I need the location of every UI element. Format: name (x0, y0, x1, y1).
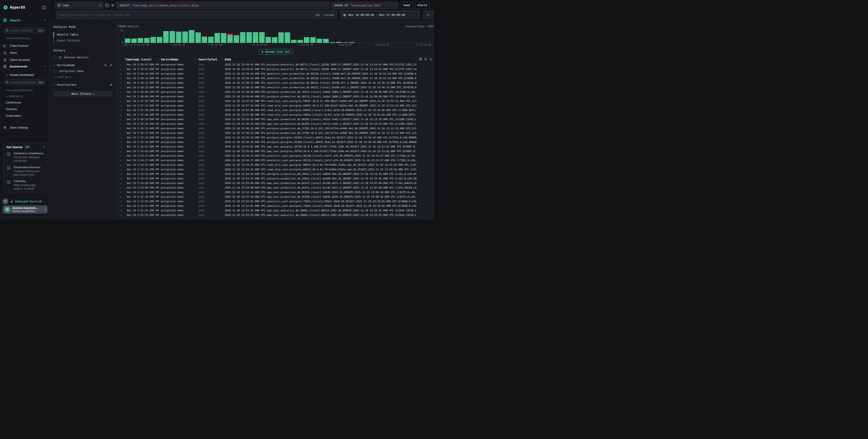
histogram-bar[interactable] (163, 31, 169, 43)
preset-kubernetes[interactable]: Kubernetes (0, 113, 49, 119)
row-expand-chevron-icon[interactable] (119, 182, 125, 185)
row-expand-chevron-icon[interactable] (119, 104, 125, 107)
row-expand-chevron-icon[interactable] (119, 86, 125, 89)
histogram-bar[interactable] (138, 38, 143, 43)
save-button[interactable]: Save (400, 2, 413, 9)
row-expand-chevron-icon[interactable] (119, 177, 125, 180)
row-expand-chevron-icon[interactable] (119, 195, 125, 198)
table-row[interactable]: Nov 10 5:54:25.000 PMpostgresql-demoinfo… (118, 167, 434, 171)
table-row[interactable]: Nov 10 5:56:25.000 PMpostgresql-demoinfo… (118, 126, 434, 131)
table-row[interactable]: Nov 10 5:56:33.000 PMpostgresql-demoinfo… (118, 117, 434, 122)
row-density-icon[interactable] (424, 58, 427, 61)
column-header-timestamp[interactable]: Timestamp (Local) (125, 58, 161, 61)
get-started-step[interactable]: Add Data Start sending logs, metrics, or… (6, 179, 45, 191)
table-row[interactable]: Nov 10 5:57:00.000 PMpostgresql-demoinfo… (118, 108, 434, 113)
table-row[interactable]: Nov 10 5:54:25.000 PMpostgresql-demoinfo… (118, 162, 434, 167)
table-row[interactable]: Nov 10 5:52:16.000 PMpostgresql-demoinfo… (118, 190, 434, 194)
row-expand-chevron-icon[interactable] (119, 68, 125, 71)
source-select[interactable]: Logs (55, 2, 103, 9)
column-header-servicename[interactable]: ServiceName (161, 58, 198, 61)
row-expand-chevron-icon[interactable] (119, 150, 125, 153)
presets-toggle[interactable]: PRESETS (0, 92, 49, 98)
histogram-bar[interactable] (215, 33, 220, 43)
checkbox[interactable] (53, 56, 57, 59)
table-row[interactable]: Nov 10 5:54:27.000 PMpostgresql-demoinfo… (118, 153, 434, 158)
run-query-button[interactable]: ▷ (423, 11, 434, 19)
histogram-bar[interactable] (253, 32, 258, 43)
row-expand-chevron-icon[interactable] (119, 100, 125, 102)
histogram-bar[interactable] (310, 37, 316, 43)
table-settings-icon[interactable] (419, 58, 422, 61)
histogram-bar[interactable] (202, 36, 207, 43)
search-input[interactable]: Search your events w/ Lucene ex. column:… (56, 11, 337, 19)
table-row[interactable]: Nov 10 5:51:55.000 PMpostgresql-demoinfo… (118, 208, 434, 213)
histogram-bar[interactable] (240, 32, 246, 43)
order-by-input[interactable]: ORDER BY TimestampTime DESC (332, 2, 398, 9)
histogram-bar[interactable] (176, 32, 181, 43)
row-expand-chevron-icon[interactable] (119, 118, 125, 121)
histogram-bar[interactable] (195, 32, 201, 43)
histogram-bar[interactable] (189, 30, 194, 43)
filter-group-servicename[interactable]: ServiceName (53, 64, 113, 67)
histogram-bar[interactable] (246, 32, 252, 43)
row-expand-chevron-icon[interactable] (119, 205, 125, 208)
denoise-results-checkbox-row[interactable]: Denoise Results (53, 56, 113, 59)
row-expand-chevron-icon[interactable] (119, 122, 125, 125)
help-button[interactable]: ? (2, 198, 8, 205)
histogram-bar[interactable] (157, 37, 162, 43)
histogram-bar[interactable] (144, 38, 150, 43)
histogram-bar[interactable] (291, 40, 297, 43)
table-row[interactable]: Nov 10 5:58:06.000 PMpostgresql-demoinfo… (118, 94, 434, 99)
table-row[interactable]: Nov 10 5:57:52.000 PMpostgresql-demoinfo… (118, 103, 434, 108)
saved-dashboards-input[interactable]: Saved Dashboards ⌘K (3, 79, 46, 86)
row-expand-chevron-icon[interactable] (119, 91, 125, 93)
filter-group-severitytext[interactable]: SeverityText (53, 83, 113, 86)
row-expand-chevron-icon[interactable] (119, 209, 125, 212)
more-filters-button[interactable]: More filters (53, 91, 113, 97)
table-row[interactable]: Nov 10 5:52:01.000 PMpostgresql-demoinfo… (118, 199, 434, 203)
column-header-severitytext[interactable]: SeverityText (198, 58, 225, 61)
code-view-icon[interactable] (105, 4, 109, 7)
histogram-bar[interactable] (131, 38, 137, 43)
pin-icon[interactable] (110, 64, 113, 67)
get-started-step[interactable]: Connect to ClickHouse Set up your databa… (6, 152, 45, 163)
sidebar-item-alerts[interactable]: Alerts (0, 49, 49, 56)
row-expand-chevron-icon[interactable] (119, 154, 125, 157)
row-expand-chevron-icon[interactable] (119, 214, 125, 217)
sidebar-item-dashboards[interactable]: Dashboards (0, 63, 49, 70)
table-row[interactable]: Nov 10 5:54:27.000 PMpostgresql-demoinfo… (118, 158, 434, 162)
gear-icon[interactable] (111, 4, 115, 7)
row-expand-chevron-icon[interactable] (119, 186, 125, 189)
filter-value-postgresql-demo[interactable]: postgresql-demo (53, 69, 113, 73)
row-expand-chevron-icon[interactable] (119, 163, 125, 166)
histogram-bar[interactable] (285, 32, 290, 43)
collapse-sidebar-icon[interactable] (42, 6, 46, 9)
histogram-bar[interactable] (298, 40, 303, 43)
table-row[interactable]: Nov 10 5:59:47.000 PMpostgresql-demoinfo… (118, 67, 434, 71)
create-dashboard-button[interactable]: + Create Dashboard (0, 71, 49, 76)
histogram-bar[interactable] (266, 37, 271, 43)
table-row[interactable]: Nov 10 5:55:02.000 PMpostgresql-demoinfo… (118, 144, 434, 149)
row-expand-chevron-icon[interactable] (119, 82, 125, 84)
histogram-bar[interactable] (208, 37, 214, 43)
row-expand-chevron-icon[interactable] (119, 191, 125, 194)
preset-clickhouse[interactable]: ClickHouse (0, 99, 49, 106)
preset-services[interactable]: Services (0, 106, 49, 113)
row-expand-chevron-icon[interactable] (119, 63, 125, 66)
table-row[interactable]: Nov 10 5:58:13.000 PMpostgresql-demoinfo… (118, 81, 434, 85)
histogram-bar[interactable] (278, 32, 284, 43)
pin-icon[interactable] (110, 84, 113, 86)
table-row[interactable]: Nov 10 5:57:52.000 PMpostgresql-demoinfo… (118, 99, 434, 103)
table-row[interactable]: Nov 10 5:55:19.000 PMpostgresql-demoinfo… (118, 140, 434, 144)
resume-live-tail-button[interactable]: Resume Live Tail (259, 49, 293, 55)
row-expand-chevron-icon[interactable] (119, 72, 125, 75)
table-row[interactable]: Nov 10 5:53:41.000 PMpostgresql-demoinfo… (118, 176, 434, 181)
row-expand-chevron-icon[interactable] (119, 109, 125, 112)
lucene-toggle[interactable]: Lucene (324, 13, 334, 17)
histogram-bar[interactable] (227, 34, 233, 43)
histogram-bar[interactable] (259, 32, 265, 43)
table-row[interactable]: Nov 10 5:53:41.000 PMpostgresql-demoinfo… (118, 171, 434, 176)
histogram-bar[interactable] (221, 33, 226, 43)
sql-toggle[interactable]: SQL (315, 13, 320, 17)
row-expand-chevron-icon[interactable] (119, 200, 125, 203)
